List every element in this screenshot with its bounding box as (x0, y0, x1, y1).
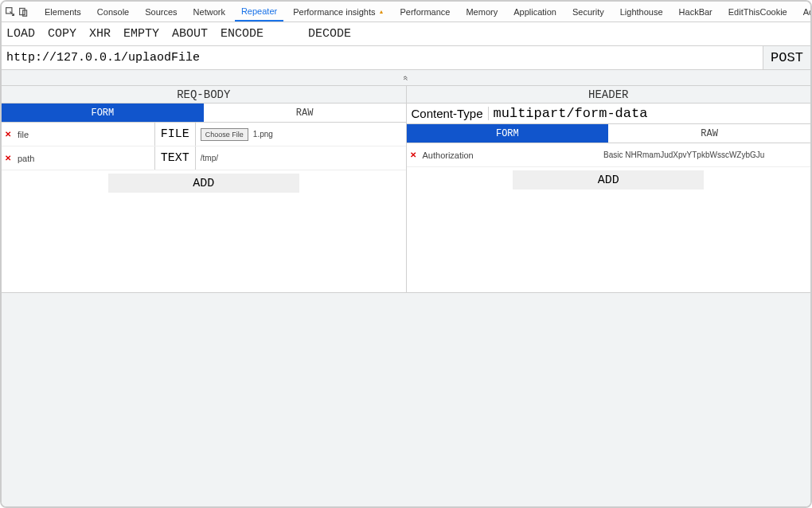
row-value-input[interactable] (201, 154, 401, 162)
collapse-icon: « (401, 75, 411, 80)
row-value-input[interactable] (603, 150, 806, 159)
http-method-select[interactable]: POST (763, 46, 810, 69)
tab-performance[interactable]: Performance (393, 2, 456, 21)
about-button[interactable]: ABOUT (172, 27, 208, 41)
content-type-row: Content-Type (407, 104, 811, 124)
tab-repeater[interactable]: Repeater (235, 2, 283, 21)
tab-editthiscookie[interactable]: EditThisCookie (722, 2, 794, 21)
empty-button[interactable]: EMPTY (123, 27, 159, 41)
content-type-label: Content-Type (407, 107, 489, 120)
url-row: POST (2, 46, 810, 70)
choose-file-button[interactable]: Choose File (201, 128, 248, 141)
header-add-button[interactable]: ADD (513, 170, 704, 190)
row-value (599, 143, 810, 166)
row-value (196, 147, 406, 170)
row-key[interactable]: path (14, 147, 154, 170)
selected-filename: 1.png (253, 130, 273, 139)
tab-network[interactable]: Network (187, 2, 232, 21)
decode-button[interactable]: DECODE (308, 27, 351, 41)
tab-adblock[interactable]: AdBlock (797, 2, 812, 21)
tab-lighthouse[interactable]: Lighthouse (614, 2, 670, 21)
delete-row-button[interactable]: ✕ (407, 143, 420, 166)
load-button[interactable]: LOAD (6, 27, 35, 41)
req-body-row: ✕ path TEXT (2, 147, 406, 170)
header-title: HEADER (407, 86, 811, 104)
device-toolbar-icon[interactable] (18, 6, 29, 18)
repeater-action-bar: LOAD COPY XHR EMPTY ABOUT ENCODE DECODE (2, 22, 810, 46)
tab-memory[interactable]: Memory (459, 2, 504, 21)
header-row: ✕ Authorization (407, 143, 811, 167)
header-tab-form[interactable]: FORM (407, 124, 609, 143)
svg-rect-1 (20, 8, 25, 14)
collapse-bar[interactable]: « (2, 70, 810, 86)
tab-application[interactable]: Application (507, 2, 563, 21)
delete-row-button[interactable]: ✕ (2, 147, 14, 170)
copy-button[interactable]: COPY (48, 27, 76, 41)
req-body-subtabs: FORM RAW (2, 104, 406, 123)
xhr-button[interactable]: XHR (89, 27, 111, 41)
url-input[interactable] (2, 46, 763, 69)
req-body-add-button[interactable]: ADD (108, 174, 299, 193)
inspect-icon[interactable] (5, 6, 15, 18)
row-key[interactable]: file (14, 123, 154, 146)
req-body-title: REQ-BODY (2, 86, 406, 104)
req-body-rows: ✕ file FILE Choose File 1.png ✕ path TEX… (2, 123, 406, 170)
encode-button[interactable]: ENCODE (221, 27, 264, 41)
tab-elements[interactable]: Elements (38, 2, 88, 21)
devtools-tab-bar: Elements Console Sources Network Repeate… (2, 2, 810, 22)
tab-performance-insights[interactable]: Performance insights (287, 2, 390, 21)
content-type-input[interactable] (489, 106, 810, 121)
header-subtabs: FORM RAW (407, 124, 811, 143)
row-type-select[interactable]: FILE (154, 123, 196, 146)
request-columns: REQ-BODY FORM RAW ✕ file FILE Choose Fil… (2, 86, 810, 293)
row-key[interactable]: Authorization (420, 143, 599, 166)
header-tab-raw[interactable]: RAW (608, 124, 810, 143)
req-body-panel: REQ-BODY FORM RAW ✕ file FILE Choose Fil… (2, 86, 407, 292)
tab-sources[interactable]: Sources (139, 2, 183, 21)
req-body-tab-raw[interactable]: RAW (204, 104, 406, 123)
header-rows: ✕ Authorization (407, 143, 811, 167)
tab-hackbar[interactable]: HackBar (673, 2, 719, 21)
tab-console[interactable]: Console (91, 2, 135, 21)
row-type-select[interactable]: TEXT (154, 147, 196, 170)
tab-security[interactable]: Security (566, 2, 611, 21)
req-body-tab-form[interactable]: FORM (2, 104, 204, 123)
header-panel: HEADER Content-Type FORM RAW ✕ Authoriza… (407, 86, 811, 292)
delete-row-button[interactable]: ✕ (2, 123, 14, 146)
response-area (2, 293, 810, 506)
req-body-row: ✕ file FILE Choose File 1.png (2, 123, 406, 147)
row-value: Choose File 1.png (196, 123, 406, 146)
